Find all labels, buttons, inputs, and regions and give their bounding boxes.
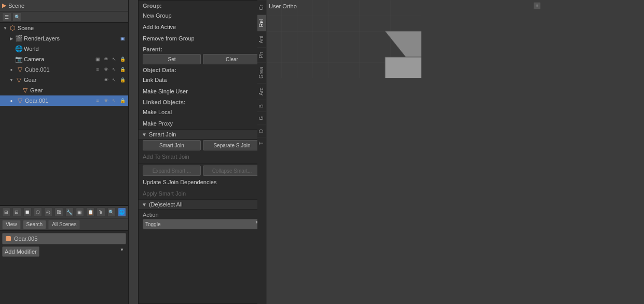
scene-icon: ▶ (2, 2, 6, 9)
cam-sel-icon[interactable]: ↖ (111, 56, 118, 63)
tb-icon9[interactable]: 📋 (86, 208, 94, 217)
cube-sel-icon[interactable]: ↖ (111, 66, 118, 73)
cam-render-icon[interactable]: ▣ (94, 56, 101, 63)
tree-item-gear001[interactable]: ● ▽ Gear.001 ≡ 👁 ↖ 🔒 (0, 95, 128, 106)
tree-item-gear[interactable]: ▼ ▽ Gear 👁 ↖ 🔒 (0, 75, 128, 85)
search-btn[interactable]: 🔍 (12, 12, 22, 22)
tb-icon10[interactable]: 🖱 (97, 208, 105, 217)
tb-icon2[interactable]: ⊟ (12, 208, 21, 217)
gear-sel-icon[interactable]: ↖ (111, 76, 118, 84)
menu-apply-smart-join: Apply Smart Join (139, 188, 265, 199)
gear001-sel-icon[interactable]: ↖ (111, 97, 118, 104)
linked-section-header: Linked Objects: (139, 97, 265, 106)
cube-type-icon: ▽ (16, 65, 24, 74)
parent-clear-btn[interactable]: Clear (203, 54, 261, 64)
gear-vis-icon[interactable]: 👁 (102, 76, 109, 84)
tb-icon1[interactable]: ⊞ (2, 208, 10, 217)
side-tab-arc[interactable]: Arc (257, 83, 266, 100)
deselect-arrow: ▼ (142, 202, 147, 208)
tree-label-cube001: Cube.001 (25, 66, 94, 73)
cube-modifier-icon[interactable]: ≡ (94, 66, 101, 73)
tb-icon5[interactable]: ◎ (44, 208, 52, 217)
cube-vis-icon[interactable]: 👁 (102, 66, 109, 73)
collapse-smart-btn: Collapse Smart... (203, 165, 261, 176)
tb-icon4[interactable]: ⬡ (34, 208, 42, 217)
deselect-label: (De)select All (149, 201, 183, 208)
middle-area: Cr Rel Ani Ph Grea Arc B G D T Group: Ne… (129, 0, 266, 304)
action-label: Action (143, 212, 261, 218)
view-button[interactable]: View (2, 220, 21, 229)
tree-label-rl: RenderLayers (24, 35, 119, 42)
parent-btn-row: Set Clear (139, 53, 265, 65)
tree-label-world: World (24, 46, 127, 52)
all-scenes-button[interactable]: All Scenes (48, 220, 80, 229)
cube-render-icon[interactable]: 🔒 (119, 66, 126, 73)
menu-make-local[interactable]: Make Local (139, 106, 265, 118)
side-tab-t[interactable]: T (257, 137, 266, 149)
menu-remove-from-group[interactable]: Remove from Group (139, 33, 265, 44)
view-btn[interactable]: ☰ (2, 12, 11, 22)
tb-icon8[interactable]: ▣ (76, 208, 84, 217)
action-row: Action Toggle Select Deselect (139, 210, 265, 231)
parent-section-header: Parent: (139, 44, 265, 53)
viewport-label: User Ortho (269, 3, 297, 9)
add-modifier-select[interactable]: Add Modifier (2, 246, 39, 257)
gear-render-icon[interactable]: 🔒 (119, 76, 126, 84)
view-toolbar: View Search All Scenes (0, 218, 128, 231)
properties-area: Gear.005 Add Modifier ▼ (0, 231, 128, 259)
cube-dot: ● (8, 67, 15, 72)
world-icon: 🌐 (15, 45, 23, 53)
search-button[interactable]: Search (23, 220, 47, 229)
scene-header: ▶ Scene (0, 0, 128, 11)
svg-marker-7 (385, 57, 421, 78)
action-select[interactable]: Toggle Select Deselect (143, 219, 261, 229)
gear001-vis-icon[interactable]: 👁 (102, 97, 109, 104)
tree-label-gear: Gear (24, 77, 102, 83)
tree-item-world[interactable]: 🌐 World (0, 44, 128, 54)
smart-join-btn[interactable]: Smart Join (143, 140, 201, 150)
tb-icon6[interactable]: ⛓ (54, 208, 63, 217)
side-tab-rel[interactable]: Rel (257, 15, 266, 31)
expand-collapse-row: Expand Smart ... Collapse Smart... (139, 165, 265, 176)
action-select-wrapper: Toggle Select Deselect (143, 219, 261, 229)
camera-icon: 📷 (15, 55, 23, 63)
tree-item-scene[interactable]: ▼ ⬡ Scene (0, 23, 128, 33)
deselect-all-toggle[interactable]: ▼ (De)select All ··· (139, 199, 265, 210)
tb-icon7[interactable]: 🔧 (65, 208, 74, 217)
menu-add-to-active[interactable]: Add to Active (139, 21, 265, 33)
bottom-toolbar: ⊞ ⊟ 🔲 ⬡ ◎ ⛓ 🔧 ▣ 📋 🖱 🔍 🌐 (0, 206, 128, 218)
side-tab-b[interactable]: B (257, 100, 266, 112)
outliner-tree: ▼ ⬡ Scene ▶ 🎬 RenderLayers ▣ 🌐 World 📷 C… (0, 23, 128, 205)
menu-new-group[interactable]: New Group (139, 10, 265, 21)
menu-make-proxy[interactable]: Make Proxy (139, 118, 265, 129)
side-tab-d[interactable]: D (257, 125, 266, 137)
gear-icons: 👁 ↖ 🔒 (102, 76, 127, 84)
tree-item-renderlayers[interactable]: ▶ 🎬 RenderLayers ▣ (0, 33, 128, 44)
tree-item-camera[interactable]: 📷 Camera ▣ 👁 ↖ 🔒 (0, 54, 128, 64)
tb-icon11[interactable]: 🔍 (107, 208, 116, 217)
gear001-modifier-icon[interactable]: ≡ (94, 97, 101, 104)
cam-lock-icon[interactable]: 🔒 (119, 56, 126, 63)
gear001-render-icon[interactable]: 🔒 (119, 97, 126, 104)
properties-bottom: ⊞ ⊟ 🔲 ⬡ ◎ ⛓ 🔧 ▣ 📋 🖱 🔍 🌐 View Search All … (0, 205, 128, 304)
smart-join-btn-row: Smart Join Separate S.Join (139, 140, 265, 151)
side-tab-ani[interactable]: Ani (257, 31, 266, 47)
menu-update-sjoin-deps[interactable]: Update S.Join Dependencies (139, 176, 265, 188)
tree-item-gear-child[interactable]: ▽ Gear (0, 85, 128, 95)
cam-vis-icon[interactable]: 👁 (102, 56, 109, 63)
viewport-add-btn[interactable]: + (533, 2, 541, 9)
side-tab-cr[interactable]: Cr (257, 0, 266, 15)
smart-join-toggle[interactable]: ▼ Smart Join ··· (139, 129, 265, 140)
side-tab-ph[interactable]: Ph (257, 47, 266, 62)
tb-icon3[interactable]: 🔲 (23, 208, 32, 217)
menu-link-data[interactable]: Link Data (139, 74, 265, 86)
tb-icon12[interactable]: 🌐 (118, 208, 126, 217)
separate-sjoin-btn[interactable]: Separate S.Join (203, 140, 261, 150)
menu-make-single-user[interactable]: Make Single User (139, 86, 265, 97)
parent-set-btn[interactable]: Set (143, 54, 201, 64)
side-tab-grea[interactable]: Grea (257, 62, 266, 82)
side-tab-g[interactable]: G (257, 112, 266, 125)
rl-vis-icon[interactable]: ▣ (119, 35, 126, 42)
tree-item-cube001[interactable]: ● ▽ Cube.001 ≡ 👁 ↖ 🔒 (0, 64, 128, 75)
tree-label-camera: Camera (24, 56, 94, 62)
